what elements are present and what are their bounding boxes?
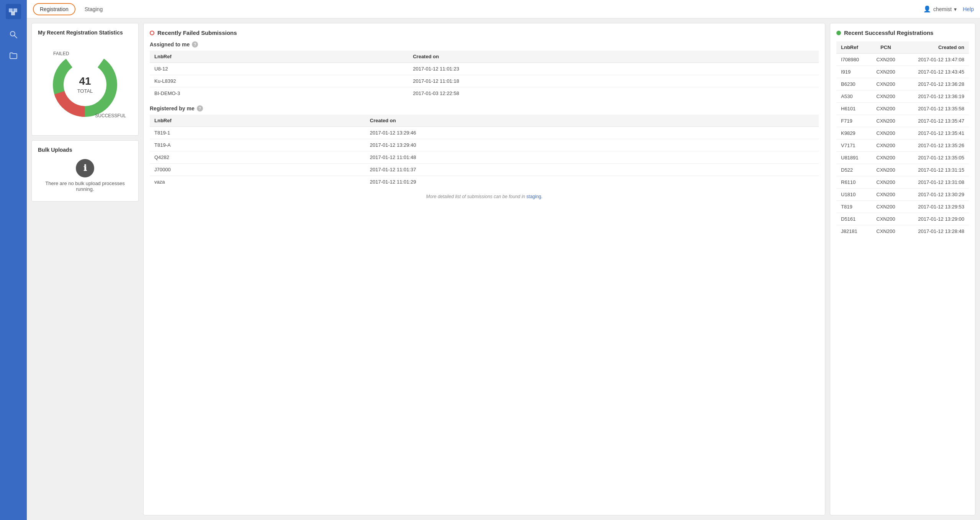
search-icon[interactable]: [6, 27, 21, 42]
lnbref-cell: K9829: [836, 127, 869, 139]
pcn-cell: CXN200: [869, 176, 903, 189]
staging-link[interactable]: staging.: [527, 194, 543, 199]
table-row: F719CXN2002017-01-12 13:35:47: [836, 115, 969, 127]
topnav-right: 👤 chemist ▾ Help: [923, 5, 974, 13]
pcn-cell: CXN200: [869, 189, 903, 201]
table-row: I919CXN2002017-01-12 13:43:45: [836, 66, 969, 78]
assigned-help-icon[interactable]: ?: [192, 41, 198, 48]
lnbref-cell: Q4282: [150, 151, 365, 164]
table-row: K9829CXN2002017-01-12 13:35:41: [836, 127, 969, 139]
failed-label: FAILED: [53, 51, 69, 56]
lnbref-cell: R6110: [836, 176, 869, 189]
bulk-uploads-panel: Bulk Uploads ℹ There are no bulk upload …: [31, 140, 139, 202]
table-row: R6110CXN2002017-01-12 13:31:08: [836, 176, 969, 189]
lnbref-cell: U8-12: [150, 63, 408, 75]
created-cell: 2017-01-12 13:43:45: [903, 66, 969, 78]
table-row: T819-12017-01-12 13:29:46: [150, 127, 819, 139]
bulk-message: There are no bulk upload processes runni…: [38, 180, 132, 195]
pcn-cell: CXN200: [869, 152, 903, 164]
failed-section-header: Recently Failed Submissions: [150, 30, 819, 36]
assigned-col-lnbref: LnbRef: [150, 51, 408, 63]
registered-help-icon[interactable]: ?: [197, 105, 203, 112]
table-row: D522CXN2002017-01-12 13:31:15: [836, 164, 969, 176]
pcn-cell: CXN200: [869, 139, 903, 152]
created-cell: 2017-01-12 11:01:18: [408, 75, 819, 87]
donut-center: 41 TOTAL: [77, 75, 93, 94]
col-lnbref: LnbRef: [836, 41, 869, 54]
created-cell: 2017-01-12 13:35:47: [903, 115, 969, 127]
successful-table-header: LnbRef PCN Created on: [836, 41, 969, 54]
successful-table: LnbRef PCN Created on I708980CXN2002017-…: [836, 41, 969, 237]
pcn-cell: CXN200: [869, 127, 903, 139]
lnbref-cell: H6101: [836, 103, 869, 115]
pcn-cell: CXN200: [869, 103, 903, 115]
created-cell: 2017-01-12 11:01:23: [408, 63, 819, 75]
lnbref-cell: D5161: [836, 213, 869, 225]
assigned-col-created: Created on: [408, 51, 819, 63]
registered-col-created: Created on: [365, 115, 819, 127]
user-menu[interactable]: 👤 chemist ▾: [923, 5, 957, 13]
lnbref-cell: vaza: [150, 176, 365, 188]
table-row: D5161CXN2002017-01-12 13:29:00: [836, 213, 969, 225]
assigned-table: LnbRef Created on U8-122017-01-12 11:01:…: [150, 51, 819, 99]
registered-section: Registered by me ? LnbRef Created on T81…: [150, 105, 819, 188]
created-cell: 2017-01-12 13:29:46: [365, 127, 819, 139]
assigned-section: Assigned to me ? LnbRef Created on U8-12…: [150, 41, 819, 99]
statistics-panel: My Recent Registration Statistics 41 TOT…: [31, 23, 139, 136]
successful-section-header: Recent Successful Registrations: [836, 30, 969, 36]
registered-table: LnbRef Created on T819-12017-01-12 13:29…: [150, 115, 819, 188]
table-row: J700002017-01-12 11:01:37: [150, 164, 819, 176]
table-row: J82181CXN2002017-01-12 13:28:48: [836, 225, 969, 238]
created-cell: 2017-01-12 13:29:53: [903, 201, 969, 213]
table-row: U1810CXN2002017-01-12 13:30:29: [836, 189, 969, 201]
registered-table-header: LnbRef Created on: [150, 115, 819, 127]
app-logo[interactable]: [6, 4, 21, 19]
lnbref-cell: A530: [836, 90, 869, 103]
sidebar: [0, 0, 27, 520]
pcn-cell: CXN200: [869, 164, 903, 176]
folder-icon[interactable]: [6, 48, 21, 64]
lnbref-cell: D522: [836, 164, 869, 176]
left-column: My Recent Registration Statistics 41 TOT…: [31, 23, 139, 515]
lnbref-cell: I708980: [836, 54, 869, 66]
created-cell: 2017-01-12 13:35:58: [903, 103, 969, 115]
user-icon: 👤: [923, 5, 931, 13]
table-row: H6101CXN2002017-01-12 13:35:58: [836, 103, 969, 115]
table-row: I708980CXN2002017-01-12 13:47:08: [836, 54, 969, 66]
donut-chart-container: 41 TOTAL FAILED SUCCESSFUL: [38, 40, 132, 129]
table-row: U8-122017-01-12 11:01:23: [150, 63, 819, 75]
lnbref-cell: F719: [836, 115, 869, 127]
svg-rect-2: [11, 11, 15, 15]
info-icon: ℹ: [76, 159, 94, 177]
lnbref-cell: J70000: [150, 164, 365, 176]
statistics-title: My Recent Registration Statistics: [38, 30, 132, 36]
lnbref-cell: V7171: [836, 139, 869, 152]
created-cell: 2017-01-12 11:01:48: [365, 151, 819, 164]
created-cell: 2017-01-12 13:29:00: [903, 213, 969, 225]
pcn-cell: CXN200: [869, 90, 903, 103]
created-cell: 2017-01-12 13:47:08: [903, 54, 969, 66]
pcn-cell: CXN200: [869, 201, 903, 213]
bulk-uploads-title: Bulk Uploads: [38, 147, 132, 153]
registered-col-lnbref: LnbRef: [150, 115, 365, 127]
lnbref-cell: T819-A: [150, 139, 365, 151]
tab-staging[interactable]: Staging: [79, 4, 109, 15]
tab-registration[interactable]: Registration: [33, 3, 75, 15]
table-row: Q42822017-01-12 11:01:48: [150, 151, 819, 164]
table-row: BI-DEMO-32017-01-03 12:22:58: [150, 87, 819, 100]
username: chemist: [933, 6, 952, 12]
pcn-cell: CXN200: [869, 66, 903, 78]
main-area: Registration Staging 👤 chemist ▾ Help My…: [27, 0, 980, 520]
table-row: T819-A2017-01-12 13:29:40: [150, 139, 819, 151]
lnbref-cell: T819: [836, 201, 869, 213]
table-row: Ku-L83922017-01-12 11:01:18: [150, 75, 819, 87]
pcn-cell: CXN200: [869, 213, 903, 225]
help-link[interactable]: Help: [963, 6, 974, 12]
created-cell: 2017-01-12 13:35:26: [903, 139, 969, 152]
table-row: B6230CXN2002017-01-12 13:36:28: [836, 78, 969, 90]
assigned-table-header: LnbRef Created on: [150, 51, 819, 63]
failed-submissions-panel: Recently Failed Submissions Assigned to …: [143, 23, 825, 515]
lnbref-cell: U81891: [836, 152, 869, 164]
col-pcn: PCN: [869, 41, 903, 54]
created-cell: 2017-01-12 13:36:28: [903, 78, 969, 90]
